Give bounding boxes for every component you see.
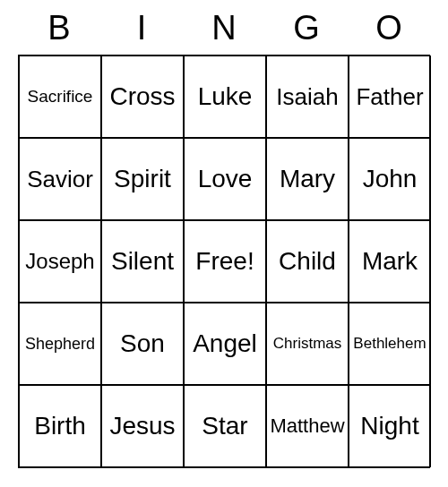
bingo-cell-label: Bethlehem <box>353 335 426 353</box>
bingo-cell[interactable]: Birth <box>19 385 101 467</box>
bingo-cell-label: John <box>363 165 418 193</box>
bingo-cell[interactable]: John <box>349 138 431 220</box>
bingo-cell-label: Child <box>279 247 336 276</box>
bingo-cell-label: Father <box>356 83 423 111</box>
bingo-cell[interactable]: Free! <box>184 220 266 303</box>
bingo-cell[interactable]: Father <box>349 56 431 138</box>
bingo-cell[interactable]: Son <box>101 303 184 385</box>
bingo-cell[interactable]: Cross <box>101 56 184 138</box>
bingo-cell-label: Angel <box>193 329 257 358</box>
bingo-cell-label: Son <box>120 329 165 358</box>
bingo-cell-label: Luke <box>198 82 253 111</box>
header-letter-n: N <box>183 9 265 47</box>
bingo-cell-label: Joseph <box>25 249 94 274</box>
bingo-cell-label: Isaiah <box>276 83 338 111</box>
bingo-cell-label: Mary <box>280 165 335 193</box>
bingo-header-row: B I N G O <box>18 9 430 47</box>
bingo-cell[interactable]: Night <box>349 385 431 467</box>
bingo-cell[interactable]: Savior <box>19 138 101 220</box>
bingo-cell-label: Silent <box>111 247 174 276</box>
bingo-cell-label: Birth <box>34 412 86 440</box>
bingo-cell-label: Mark <box>362 247 418 276</box>
bingo-cell-label: Jesus <box>109 412 175 440</box>
bingo-cell[interactable]: Spirit <box>101 138 184 220</box>
bingo-cell-label: Love <box>198 165 253 193</box>
bingo-cell-label: Night <box>360 412 418 440</box>
bingo-cell[interactable]: Jesus <box>101 385 184 467</box>
header-letter-b: B <box>18 9 100 47</box>
bingo-cell[interactable]: Mark <box>349 220 431 303</box>
bingo-cell[interactable]: Sacrifice <box>19 56 101 138</box>
bingo-cell-label: Shepherd <box>25 335 95 354</box>
bingo-cell-label: Sacrifice <box>28 87 93 107</box>
header-letter-o: O <box>348 9 430 47</box>
bingo-cell-label: Cross <box>109 82 175 111</box>
bingo-cell[interactable]: Angel <box>184 303 266 385</box>
bingo-cell-label: Matthew <box>270 414 344 438</box>
bingo-cell-label: Free! <box>195 247 254 276</box>
bingo-cell-label: Star <box>202 412 247 440</box>
bingo-cell[interactable]: Shepherd <box>19 303 101 385</box>
bingo-cell[interactable]: Luke <box>184 56 266 138</box>
bingo-cell[interactable]: Isaiah <box>266 56 349 138</box>
bingo-cell[interactable]: Matthew <box>266 385 349 467</box>
bingo-cell[interactable]: Christmas <box>266 303 349 385</box>
bingo-grid: SacrificeCrossLukeIsaiahFatherSaviorSpir… <box>18 55 430 468</box>
bingo-cell[interactable]: Mary <box>266 138 349 220</box>
header-letter-i: I <box>100 9 183 47</box>
bingo-cell[interactable]: Child <box>266 220 349 303</box>
bingo-cell[interactable]: Silent <box>101 220 184 303</box>
bingo-cell[interactable]: Joseph <box>19 220 101 303</box>
bingo-cell-label: Christmas <box>273 335 342 353</box>
bingo-cell[interactable]: Love <box>184 138 266 220</box>
bingo-cell[interactable]: Bethlehem <box>349 303 431 385</box>
bingo-cell-label: Spirit <box>114 165 171 193</box>
header-letter-g: G <box>265 9 348 47</box>
bingo-cell-label: Savior <box>27 166 93 193</box>
bingo-cell[interactable]: Star <box>184 385 266 467</box>
